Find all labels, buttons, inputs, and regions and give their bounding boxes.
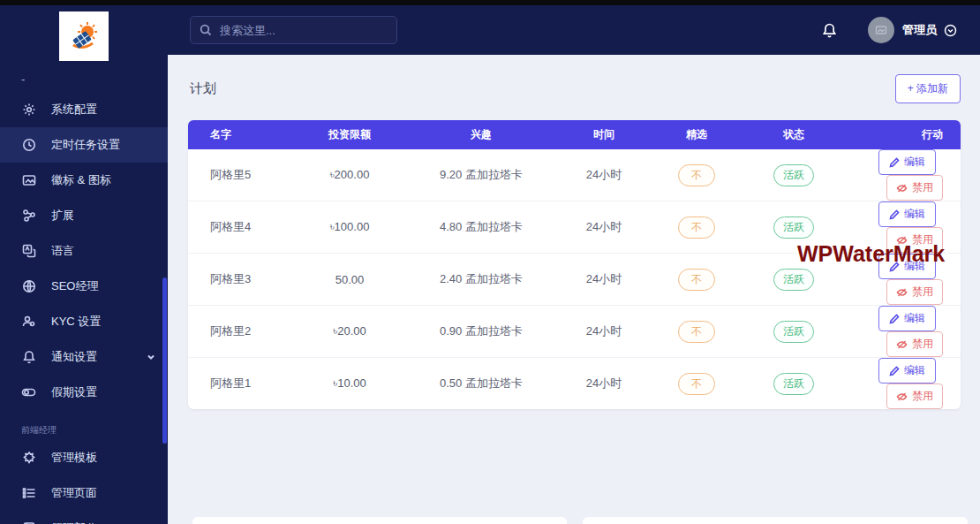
plan-limit: 50.00 <box>292 254 407 306</box>
top-black-bar <box>0 0 980 5</box>
disable-button[interactable]: 禁用 <box>886 175 943 201</box>
sidebar-collapsed-label: - <box>21 72 168 85</box>
template-icon <box>21 451 36 466</box>
image-icon <box>21 173 36 188</box>
main-content: 计划 + 添加新 名字 投资限额 兴趣 时间 精选 状态 行动 阿格里5 ৳20… <box>168 55 980 524</box>
page-title: 计划 <box>190 80 216 97</box>
status-badge: 活跃 <box>773 216 814 239</box>
eye-slash-icon <box>896 339 908 350</box>
sidebar-item-system-config[interactable]: 系统配置 <box>0 92 168 127</box>
sidebar-item-label: 通知设置 <box>51 349 97 365</box>
add-new-button[interactable]: + 添加新 <box>895 74 961 103</box>
pencil-icon <box>889 209 900 220</box>
sidebar-item-notification-settings[interactable]: 通知设置 <box>0 339 168 375</box>
solar-logo-icon <box>64 17 103 56</box>
plan-interest: 4.80 孟加拉塔卡 <box>407 201 555 254</box>
eye-slash-icon <box>896 287 908 298</box>
sidebar-item-extensions[interactable]: 扩展 <box>0 198 168 233</box>
sidebar: - 系统配置 定时任务设置 徽标 & 图标 扩展 <box>0 5 168 524</box>
status-badge: 活跃 <box>773 164 814 186</box>
status-badge: 活跃 <box>773 269 814 291</box>
edit-button[interactable]: 编辑 <box>878 149 936 175</box>
featured-badge: 不 <box>678 269 715 291</box>
sidebar-item-label: 管理模板 <box>51 450 97 466</box>
admin-name: 管理员 <box>902 22 937 38</box>
bottom-card-right <box>583 517 968 524</box>
sidebar-item-label: 语言 <box>51 243 74 259</box>
eye-slash-icon <box>896 183 908 194</box>
plan-interest: 0.90 孟加拉塔卡 <box>407 306 555 358</box>
sidebar-item-kyc-settings[interactable]: KYC 设置 <box>0 304 168 339</box>
sidebar-item-label: 徽标 & 图标 <box>51 172 111 188</box>
header-interest: 兴趣 <box>407 120 555 149</box>
plan-time: 24小时 <box>555 254 652 306</box>
table-row: 阿格里1 ৳10.00 0.50 孟加拉塔卡 24小时 不 活跃 编辑禁用 <box>188 358 961 410</box>
sidebar-item-manage-templates[interactable]: 管理模板 <box>0 440 168 475</box>
featured-badge: 不 <box>678 164 715 186</box>
search-input[interactable] <box>220 24 370 37</box>
notification-bell-icon[interactable] <box>821 22 838 39</box>
sections-icon <box>21 521 36 524</box>
featured-badge: 不 <box>678 373 715 395</box>
disable-button[interactable]: 禁用 <box>886 279 943 305</box>
clock-icon <box>21 138 36 153</box>
admin-dropdown-icon[interactable] <box>944 24 957 37</box>
app-logo[interactable] <box>59 11 109 61</box>
sidebar-item-label: SEO经理 <box>51 278 98 294</box>
disable-button[interactable]: 禁用 <box>886 331 943 357</box>
plan-time: 24小时 <box>555 201 652 254</box>
plan-interest: 2.40 孟加拉塔卡 <box>407 254 555 306</box>
edit-button[interactable]: 编辑 <box>878 306 936 331</box>
sidebar-item-language[interactable]: 语言 <box>0 233 168 269</box>
sidebar-item-seo-manager[interactable]: SEO经理 <box>0 269 168 304</box>
sidebar-section-frontend-manager: 前端经理 <box>21 424 168 437</box>
sidebar-item-logo-icons[interactable]: 徽标 & 图标 <box>0 163 168 198</box>
search-icon <box>200 24 220 36</box>
sidebar-item-label: 定时任务设置 <box>51 137 120 153</box>
plan-name: 阿格里1 <box>188 358 292 410</box>
table-header-row: 名字 投资限额 兴趣 时间 精选 状态 行动 <box>188 120 961 149</box>
sidebar-item-holiday-settings[interactable]: 假期设置 <box>0 375 168 410</box>
bottom-card-left <box>192 517 567 524</box>
plan-interest: 9.20 孟加拉塔卡 <box>407 149 555 201</box>
topbar: 管理员 <box>168 5 980 55</box>
pencil-icon <box>889 314 900 324</box>
plan-limit: ৳200.00 <box>292 149 407 201</box>
sidebar-item-label: KYC 设置 <box>51 314 101 330</box>
topbar-right: 管理员 <box>821 17 980 43</box>
sidebar-item-label: 系统配置 <box>51 102 97 118</box>
disable-button[interactable]: 禁用 <box>886 384 943 409</box>
plan-name: 阿格里4 <box>188 201 292 254</box>
edit-button[interactable]: 编辑 <box>878 358 936 384</box>
page-head: 计划 + 添加新 <box>168 55 980 103</box>
toggle-icon <box>21 385 36 400</box>
plan-name: 阿格里2 <box>188 306 292 358</box>
sidebar-item-cron-settings[interactable]: 定时任务设置 <box>0 127 168 163</box>
plan-limit: ৳20.00 <box>292 306 407 358</box>
nodes-icon <box>21 209 36 224</box>
watermark-text: WPWaterMark <box>797 241 945 267</box>
featured-badge: 不 <box>678 321 715 343</box>
edit-button[interactable]: 编辑 <box>878 201 936 227</box>
sidebar-item-label: 扩展 <box>51 208 74 224</box>
users-icon <box>21 315 36 330</box>
sidebar-item-manage-pages[interactable]: 管理页面 <box>0 475 168 511</box>
plan-interest: 0.50 孟加拉塔卡 <box>407 358 555 410</box>
plan-time: 24小时 <box>555 149 652 201</box>
plan-time: 24小时 <box>555 358 652 410</box>
sidebar-item-manage-sections[interactable]: 管理部分 <box>0 511 168 524</box>
eye-slash-icon <box>896 391 908 402</box>
sidebar-item-label: 管理部分 <box>51 520 97 524</box>
status-badge: 活跃 <box>773 373 814 395</box>
search-box <box>190 16 397 44</box>
status-badge: 活跃 <box>773 321 814 343</box>
plan-name: 阿格里3 <box>188 254 292 306</box>
avatar[interactable] <box>868 17 894 43</box>
chevron-down-icon <box>147 353 155 361</box>
list-icon <box>21 486 36 501</box>
bell-icon <box>21 350 36 365</box>
header-time: 时间 <box>555 120 652 149</box>
sidebar-scrollbar-thumb[interactable] <box>162 277 167 444</box>
header-action: 行动 <box>847 120 961 149</box>
plan-time: 24小时 <box>555 306 652 358</box>
